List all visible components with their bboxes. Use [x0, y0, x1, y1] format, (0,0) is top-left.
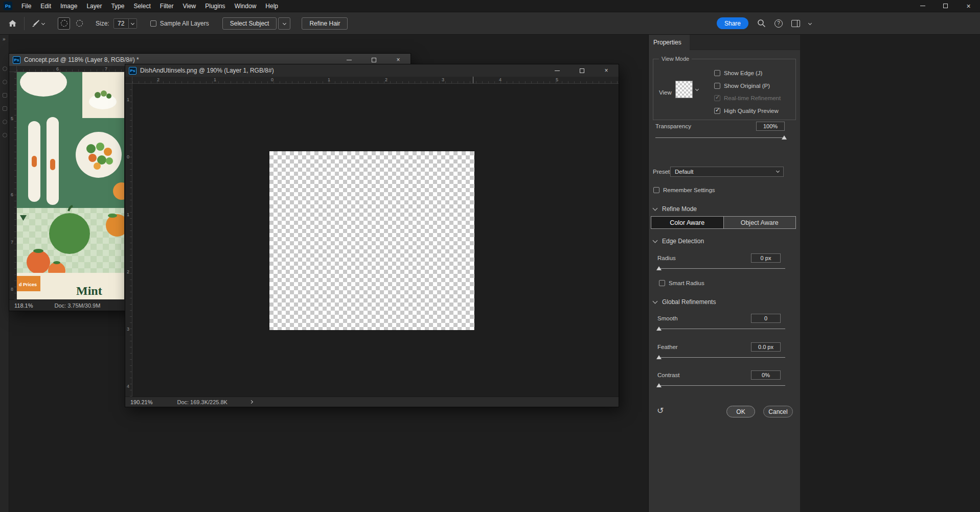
help-icon[interactable]: ?: [774, 19, 783, 28]
select-subject-dropdown-button[interactable]: [278, 17, 290, 30]
view-mode-title: View Mode: [659, 56, 692, 62]
ruler-corner: [9, 66, 17, 72]
close-icon: ×: [966, 3, 970, 10]
checkbox-box: [150, 20, 156, 27]
slider-thumb[interactable]: [656, 355, 662, 359]
refine-hair-button[interactable]: Refine Hair: [302, 17, 348, 30]
tool-icon[interactable]: [3, 106, 7, 111]
doc-minimize-button[interactable]: [545, 64, 569, 77]
tool-icon[interactable]: [3, 133, 7, 137]
smart-radius-checkbox[interactable]: Smart Radius: [659, 280, 704, 286]
doc-size-info: Doc: 3.75M/30.9M: [55, 302, 101, 309]
checkbox-box: [714, 83, 720, 89]
tool-icon[interactable]: [3, 66, 7, 71]
ruler-label: 6: [11, 192, 13, 197]
global-refinements-section-header[interactable]: Global Refinements: [653, 298, 716, 306]
radius-value-field[interactable]: 0 px: [751, 253, 781, 263]
tool-icon[interactable]: [3, 80, 7, 84]
horizontal-ruler: 2 1 0 1 2 3 4 5: [132, 77, 619, 84]
checkbox-label: Show Edge (J): [724, 70, 762, 76]
refine-mode-section-header[interactable]: Refine Mode: [653, 205, 697, 213]
reset-button[interactable]: ↺: [657, 406, 664, 415]
ruler-label: 4: [127, 384, 129, 389]
menu-view[interactable]: View: [178, 0, 200, 12]
menu-select[interactable]: Select: [129, 0, 155, 12]
document-titlebar[interactable]: Ps DishAndUtinsels.png @ 190% (Layer 1, …: [125, 64, 619, 77]
selection-mode-add-button[interactable]: [58, 17, 70, 30]
remember-settings-checkbox[interactable]: Remember Settings: [653, 187, 715, 193]
size-input[interactable]: 72: [113, 18, 129, 29]
show-edge-checkbox[interactable]: Show Edge (J): [714, 70, 762, 76]
home-button[interactable]: [8, 19, 17, 27]
menu-help[interactable]: Help: [261, 0, 283, 12]
app-minimize-button[interactable]: [911, 0, 934, 12]
smooth-slider[interactable]: [657, 326, 785, 331]
slider-thumb[interactable]: [656, 266, 662, 270]
section-title: Refine Mode: [662, 205, 697, 213]
menu-window[interactable]: Window: [230, 0, 261, 12]
brush-options-button[interactable]: [32, 19, 44, 28]
object-aware-button[interactable]: Object Aware: [723, 217, 796, 228]
zoom-level-field[interactable]: 118.1%: [14, 302, 33, 309]
brand-text: Mint: [76, 284, 102, 297]
color-aware-button[interactable]: Color Aware: [651, 217, 723, 228]
select-subject-split: Select Subject: [222, 17, 291, 30]
app-close-button[interactable]: ×: [957, 0, 980, 12]
high-quality-preview-checkbox[interactable]: High Quality Preview: [714, 108, 779, 114]
transparent-image-area[interactable]: [269, 151, 474, 330]
checkbox-box: [714, 108, 720, 114]
menu-type[interactable]: Type: [106, 0, 129, 12]
select-subject-button[interactable]: Select Subject: [222, 17, 277, 30]
preset-value: Default: [675, 169, 693, 175]
show-original-checkbox[interactable]: Show Original (P): [714, 83, 770, 89]
search-icon[interactable]: [757, 19, 766, 28]
feather-slider[interactable]: [657, 355, 785, 360]
document-window-dishandutinsels: Ps DishAndUtinsels.png @ 190% (Layer 1, …: [125, 64, 619, 407]
contrast-value-field[interactable]: 0%: [751, 370, 781, 380]
slider-thumb[interactable]: [656, 383, 662, 387]
ok-button[interactable]: OK: [726, 406, 755, 417]
share-button[interactable]: Share: [717, 17, 748, 29]
transparency-slider[interactable]: [655, 135, 786, 140]
doc-maximize-button[interactable]: [569, 64, 594, 77]
refine-mode-segmented-control: Color Aware Object Aware: [651, 216, 796, 229]
tools-panel: »: [0, 35, 9, 512]
contrast-slider[interactable]: [657, 383, 785, 388]
collapse-panel-icon[interactable]: »: [0, 35, 9, 42]
concept-canvas-image[interactable]: d Prices Mint: [17, 72, 124, 299]
sample-all-layers-checkbox[interactable]: Sample All Layers: [150, 20, 209, 27]
zoom-level-field[interactable]: 190.21%: [130, 399, 152, 405]
feather-value-field[interactable]: 0.0 px: [751, 342, 781, 352]
minimize-icon: [347, 60, 352, 60]
menu-layer[interactable]: Layer: [82, 0, 106, 12]
menu-image[interactable]: Image: [56, 0, 82, 12]
menu-plugins[interactable]: Plugins: [200, 0, 230, 12]
doc-close-button[interactable]: ×: [594, 64, 619, 77]
document-canvas[interactable]: [132, 84, 619, 397]
smooth-value-field[interactable]: 0: [751, 314, 781, 323]
ruler-label: 2: [127, 269, 129, 274]
preset-select[interactable]: Default: [670, 167, 784, 177]
app-maximize-button[interactable]: [934, 0, 957, 12]
menu-edit[interactable]: Edit: [36, 0, 56, 12]
transparency-value-field[interactable]: 100%: [756, 122, 785, 131]
status-expand-icon[interactable]: [249, 400, 253, 404]
view-thumbnail[interactable]: [675, 81, 693, 98]
edge-detection-section-header[interactable]: Edge Detection: [653, 238, 704, 245]
ruler-label: 7: [105, 66, 107, 72]
radius-slider[interactable]: [657, 266, 785, 271]
tool-icon[interactable]: [3, 120, 7, 124]
menu-filter[interactable]: Filter: [155, 0, 178, 12]
size-dropdown-button[interactable]: [129, 18, 137, 29]
ruler-label: 1: [328, 77, 330, 82]
panels-icon[interactable]: [791, 20, 800, 27]
cancel-button[interactable]: Cancel: [763, 406, 793, 417]
slider-thumb[interactable]: [656, 327, 662, 331]
tab-properties[interactable]: Properties: [649, 35, 690, 50]
menu-file[interactable]: File: [17, 0, 36, 12]
slider-thumb[interactable]: [782, 135, 787, 139]
workspace-chevron-icon[interactable]: [808, 21, 812, 25]
ruler-label: 7: [11, 240, 13, 245]
tool-icon[interactable]: [3, 93, 7, 98]
selection-mode-subtract-button[interactable]: [73, 17, 85, 30]
